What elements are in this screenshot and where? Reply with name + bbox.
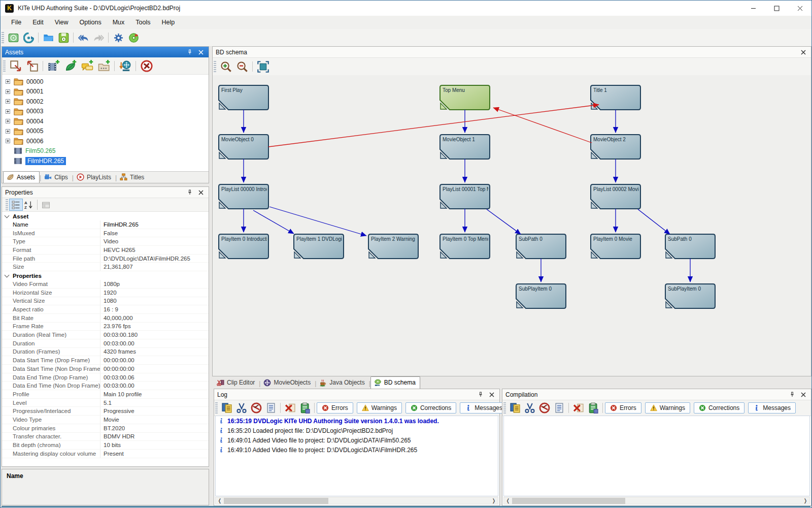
add-audio-button[interactable]: [62, 58, 79, 74]
pin-icon[interactable]: [187, 49, 192, 55]
property-pages-button[interactable]: [40, 199, 52, 210]
tab-clips[interactable]: Clips: [41, 172, 72, 183]
filter-corrections-button[interactable]: Corrections: [405, 402, 456, 414]
tree-folder-00006[interactable]: 00006: [2, 136, 209, 146]
schema-node-playitem-0-top-menu[interactable]: PlayItem 0 Top Menu: [440, 234, 490, 259]
schema-node-playitem-1-dvdlogic[interactable]: PlayItem 1 DVDLogic: [294, 234, 345, 259]
filter-corrections-button[interactable]: Corrections: [694, 402, 745, 414]
new-disc-button[interactable]: [6, 30, 21, 45]
close-button[interactable]: [788, 1, 811, 16]
property-row[interactable]: Size21,361,807: [2, 263, 209, 271]
menu-mux[interactable]: Mux: [107, 17, 130, 28]
report-button[interactable]: [586, 401, 600, 415]
menu-edit[interactable]: Edit: [27, 17, 49, 28]
settings-button[interactable]: [111, 30, 126, 45]
delete-doc-button[interactable]: [283, 401, 297, 415]
remove-asset-button[interactable]: [138, 58, 155, 74]
property-row[interactable]: Duration00:03:00.00: [2, 339, 209, 348]
redo-button[interactable]: [91, 30, 106, 45]
filter-warnings-button[interactable]: Warnings: [645, 402, 690, 414]
property-row[interactable]: Vertical Size1080: [2, 297, 209, 306]
categorized-button[interactable]: [10, 199, 22, 210]
clear-button[interactable]: [537, 401, 552, 415]
menu-help[interactable]: Help: [156, 17, 180, 28]
expand-icon[interactable]: [6, 139, 10, 143]
close-icon[interactable]: [801, 49, 806, 55]
schema-node-playlist-00000-introduction[interactable]: PlayList 00000 Introduction: [219, 184, 283, 209]
expand-icon[interactable]: [6, 119, 10, 123]
schema-node-subpath-0[interactable]: SubPath 0: [665, 234, 715, 259]
property-row[interactable]: Data Start Time (Non Drop Frame)00:00:00…: [2, 365, 209, 373]
load-disc-button[interactable]: [21, 30, 36, 45]
property-row[interactable]: Bit depth (chroma)10 bits: [2, 441, 209, 450]
menu-file[interactable]: File: [6, 17, 27, 28]
tree-folder-00003[interactable]: 00003: [2, 107, 209, 117]
compilation-horizontal-scrollbar[interactable]: ❬ ❭: [503, 497, 810, 504]
filter-messages-button[interactable]: Messages: [748, 402, 796, 414]
property-row[interactable]: Bit Rate40,000,000: [2, 314, 209, 323]
collapse-all-button[interactable]: [24, 58, 41, 74]
tree-folder-00002[interactable]: 00002: [2, 97, 209, 107]
close-icon[interactable]: [198, 189, 204, 195]
expand-icon[interactable]: [6, 89, 10, 94]
expand-icon[interactable]: [6, 129, 10, 134]
property-row[interactable]: Aspect ratio16 : 9: [2, 305, 209, 314]
property-row[interactable]: Level5.1: [2, 399, 209, 407]
property-row[interactable]: Colour primariesBT.2020: [2, 424, 209, 433]
tree-file-FilmHDR.265[interactable]: FilmHDR.265: [2, 156, 209, 166]
undo-button[interactable]: [76, 30, 91, 45]
property-row[interactable]: Progressive/InterlacedProgressive: [2, 407, 209, 416]
schema-node-playitem-0-movie[interactable]: PlayItem 0 Movie: [591, 234, 640, 259]
log-horizontal-scrollbar[interactable]: ❬ ❭: [215, 497, 498, 504]
pin-icon[interactable]: [187, 189, 192, 195]
scroll-left-icon[interactable]: ❬: [216, 497, 224, 504]
property-category-asset[interactable]: Asset: [2, 212, 209, 220]
burn-button[interactable]: [126, 30, 141, 45]
tree-folder-00000[interactable]: 00000: [2, 77, 209, 87]
add-video-button[interactable]: [45, 58, 62, 74]
property-category-properties[interactable]: Properties: [2, 271, 209, 280]
menu-options[interactable]: Options: [74, 17, 107, 28]
schema-node-first-play[interactable]: First Play: [219, 85, 268, 110]
expand-icon[interactable]: [6, 109, 10, 114]
property-row[interactable]: Transfer character.BDMV HDR: [2, 433, 209, 441]
schema-node-subpath-0[interactable]: SubPath 0: [516, 234, 566, 259]
scroll-right-icon[interactable]: ❭: [801, 497, 809, 504]
schema-node-subplayitem-0[interactable]: SubPlayItem 0: [516, 284, 566, 308]
close-icon[interactable]: [198, 49, 204, 55]
schema-node-playlist-00001-top-menu[interactable]: PlayList 00001 Top Menu: [440, 184, 499, 209]
tab-bd-schema[interactable]: BD schema: [370, 376, 420, 389]
tree-folder-00001[interactable]: 00001: [2, 87, 209, 97]
import-mux-button[interactable]: [117, 58, 133, 74]
property-row[interactable]: FormatHEVC H265: [2, 246, 209, 255]
property-row[interactable]: Frame Rate23.976 fps: [2, 323, 209, 331]
filter-warnings-button[interactable]: Warnings: [357, 402, 402, 414]
save-button[interactable]: [56, 30, 71, 45]
copy-button[interactable]: [219, 401, 234, 415]
pin-icon[interactable]: [478, 392, 483, 397]
cut-button[interactable]: [522, 401, 537, 415]
schema-node-title-1[interactable]: Title 1: [591, 85, 640, 110]
alphabetical-button[interactable]: AZ: [22, 199, 35, 210]
select-doc-button[interactable]: [263, 401, 278, 415]
add-subtitle-button[interactable]: [79, 58, 95, 74]
scroll-left-icon[interactable]: ❬: [504, 497, 512, 504]
menu-view[interactable]: View: [49, 17, 74, 28]
property-row[interactable]: File pathD:\DVDLogic\DATA\FilmHDR.265: [2, 255, 209, 263]
bd-schema-canvas[interactable]: First PlayTop MenuTitle 1MovieObject 0Mo…: [213, 75, 811, 376]
filter-errors-button[interactable]: Errors: [317, 402, 353, 414]
tree-folder-00005[interactable]: 00005: [2, 126, 209, 137]
tree-file-Film50.265[interactable]: Film50.265: [2, 146, 209, 156]
copy-button[interactable]: [507, 401, 522, 415]
schema-node-movieobject-0[interactable]: MovieObject 0: [219, 135, 268, 159]
schema-node-movieobject-1[interactable]: MovieObject 1: [440, 135, 490, 159]
report-button[interactable]: [297, 401, 312, 415]
tree-folder-00004[interactable]: 00004: [2, 116, 209, 126]
property-row[interactable]: Duration (Frames)4320 frames: [2, 348, 209, 357]
schema-node-playitem-0-introduction[interactable]: PlayItem 0 Introduction: [219, 234, 273, 259]
expand-icon[interactable]: [6, 99, 10, 104]
property-row[interactable]: ProfileMain 10 profile: [2, 390, 209, 399]
select-doc-button[interactable]: [552, 401, 566, 415]
schema-node-playlist-00002-movie[interactable]: PlayList 00002 Movie: [591, 184, 641, 209]
tab-titles[interactable]: Titles: [117, 172, 148, 183]
